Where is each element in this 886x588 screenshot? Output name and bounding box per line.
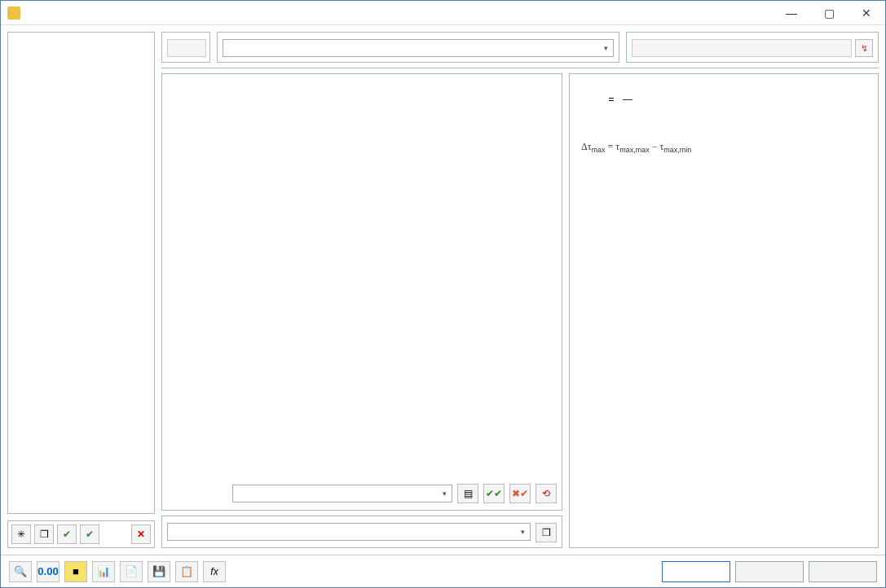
nr-fieldset [161, 32, 210, 63]
assigned-fieldset: ↯ [626, 32, 879, 63]
copy-config-button[interactable]: ❐ [34, 524, 54, 544]
units-button[interactable]: 0.00 [37, 561, 60, 582]
maximize-button[interactable]: ▢ [810, 1, 848, 25]
chevron-down-icon: ▾ [521, 528, 525, 536]
comment-library-button[interactable]: ❐ [536, 523, 557, 542]
help-button[interactable]: 🔍 [9, 561, 32, 582]
stress-grid-title [162, 74, 562, 81]
info-panel: = Δτmax = τmax,ma [569, 73, 879, 548]
minimize-button[interactable]: — [773, 1, 810, 25]
check-all-button[interactable]: ✔✔ [483, 484, 505, 503]
close-button[interactable]: ✕ [848, 1, 885, 25]
graph-button[interactable]: 📊 [92, 561, 115, 582]
ok-button[interactable] [662, 561, 730, 582]
highlight-button[interactable]: ■ [64, 561, 87, 582]
name-select[interactable]: ▾ [223, 39, 614, 57]
name-fieldset: ▾ [217, 32, 619, 63]
columns-button[interactable]: ▤ [457, 484, 478, 503]
nr-input[interactable] [167, 39, 206, 57]
config-list-toolbar: ✳ ❐ ✔ ✔ ✕ [7, 520, 155, 548]
config-list-panel [7, 32, 155, 514]
info-swing-formula: Δτmax = τmax,max − τmax,min [581, 139, 866, 156]
chevron-down-icon: ▾ [604, 44, 608, 52]
cancel-button[interactable] [735, 561, 804, 582]
titlebar: — ▢ ✕ [1, 1, 885, 25]
chevron-down-icon: ▾ [443, 489, 447, 498]
filter-select[interactable]: ▾ [232, 485, 452, 502]
assigned-input[interactable] [632, 39, 852, 57]
info-formula: = [606, 94, 866, 107]
app-icon [7, 7, 20, 20]
stress-grid-panel: ▾ ▤ ✔✔ ✖✔ ⟲ [161, 73, 562, 511]
check-up-button[interactable]: ✔ [57, 524, 77, 544]
dialog-footer: 🔍 0.00 ■ 📊 📄 💾 📋 fx [1, 555, 885, 587]
uncheck-all-button[interactable]: ✖✔ [509, 484, 531, 503]
comment-input[interactable]: ▾ [167, 523, 531, 541]
new-config-button[interactable]: ✳ [11, 524, 31, 544]
fx-button[interactable]: fx [203, 561, 226, 582]
comment-panel: ▾ ❐ [161, 516, 562, 548]
reset-button[interactable]: ⟲ [536, 484, 557, 503]
save-button[interactable]: 💾 [148, 561, 170, 582]
tabstrip [161, 68, 879, 68]
check-down-button[interactable]: ✔ [80, 524, 99, 544]
export-button[interactable]: 📄 [120, 561, 143, 582]
report-button[interactable]: 📋 [175, 561, 198, 582]
apply-button[interactable] [809, 561, 877, 582]
pick-solids-button[interactable]: ↯ [855, 39, 873, 57]
delete-config-button[interactable]: ✕ [131, 524, 151, 544]
